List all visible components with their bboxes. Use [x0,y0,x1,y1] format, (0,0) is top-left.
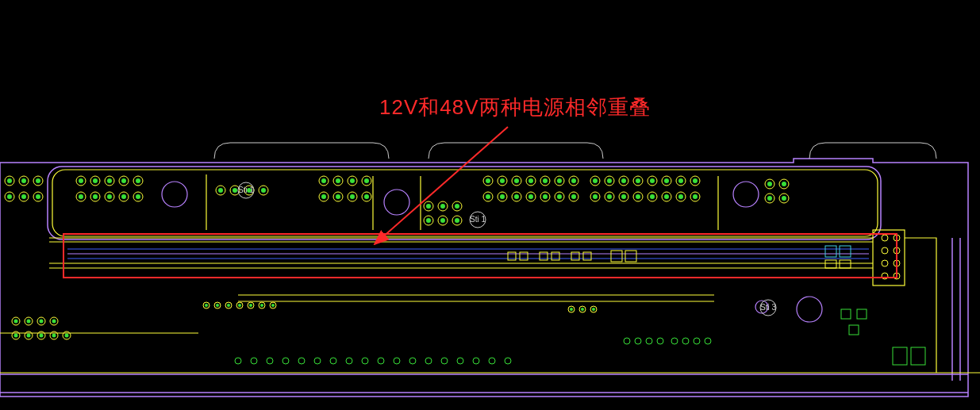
svg-point-130 [621,178,626,183]
svg-point-108 [557,178,562,183]
svg-point-144 [607,194,612,199]
svg-point-128 [607,178,612,183]
svg-point-114 [514,194,519,199]
svg-point-100 [500,178,505,183]
svg-point-60 [136,194,140,199]
svg-point-188 [227,304,230,307]
svg-point-194 [260,304,263,307]
svg-point-200 [581,308,584,311]
svg-point-38 [21,194,26,199]
svg-point-68 [261,188,266,193]
svg-point-160 [782,182,786,186]
svg-point-186 [216,304,219,307]
svg-point-152 [664,194,669,199]
svg-point-116 [528,194,533,199]
svg-point-136 [664,178,669,183]
svg-point-158 [767,182,772,186]
svg-point-74 [350,178,355,183]
svg-point-94 [440,218,445,223]
svg-point-156 [693,194,698,199]
svg-point-50 [136,178,140,183]
svg-point-178 [40,334,44,338]
svg-point-154 [678,194,683,199]
svg-point-132 [636,178,640,183]
svg-point-98 [486,178,490,183]
svg-point-112 [500,194,505,199]
svg-point-170 [40,320,44,324]
svg-point-90 [455,204,459,209]
svg-point-184 [205,304,208,307]
svg-point-168 [27,320,31,324]
svg-point-44 [93,178,98,183]
svg-point-138 [678,178,683,183]
svg-point-182 [65,334,69,338]
svg-point-196 [271,304,275,307]
svg-point-174 [14,334,18,338]
svg-point-148 [636,194,640,199]
svg-point-118 [543,194,548,199]
svg-point-140 [693,178,698,183]
svg-point-164 [782,196,786,201]
svg-point-102 [514,178,519,183]
svg-point-48 [121,178,126,183]
svg-point-80 [336,194,340,199]
svg-point-56 [107,194,112,199]
svg-point-46 [107,178,112,183]
svg-point-86 [426,204,431,209]
svg-point-82 [350,194,355,199]
svg-point-110 [486,194,490,199]
svg-point-58 [121,194,126,199]
svg-point-42 [79,178,83,183]
svg-point-62 [218,188,223,193]
svg-point-150 [650,194,655,199]
svg-point-180 [52,334,56,338]
svg-point-64 [233,188,237,193]
svg-point-192 [249,304,252,307]
svg-point-190 [238,304,241,307]
svg-point-36 [7,194,12,199]
pcb-layout-canvas: Sti 1 Sti 1 Sti 3 [0,0,980,410]
svg-point-176 [27,334,31,338]
svg-point-40 [36,194,40,199]
svg-point-166 [14,320,18,324]
svg-point-54 [93,194,98,199]
svg-point-124 [571,194,576,199]
svg-point-106 [543,178,548,183]
svg-rect-1 [0,0,980,410]
svg-point-120 [557,194,562,199]
svg-point-134 [650,178,655,183]
svg-point-122 [571,178,576,183]
svg-point-96 [455,218,459,223]
svg-point-34 [36,178,40,183]
ref-sti1b: Sti 1 [470,215,486,224]
svg-point-84 [364,194,369,199]
svg-point-32 [21,178,26,183]
svg-point-104 [528,178,533,183]
ref-sti3: Sti 3 [760,303,776,312]
svg-point-172 [52,320,56,324]
svg-point-52 [79,194,83,199]
svg-point-72 [336,178,340,183]
svg-point-76 [364,178,369,183]
svg-point-126 [593,178,598,183]
svg-point-198 [570,308,573,311]
svg-point-162 [767,196,772,201]
svg-point-88 [440,204,445,209]
svg-point-30 [7,178,12,183]
svg-point-142 [593,194,598,199]
ref-sti1a: Sti 1 [238,186,254,194]
svg-point-202 [592,308,595,311]
annotation-text: 12V和48V两种电源相邻重叠 [379,94,651,121]
svg-point-146 [621,194,626,199]
svg-point-92 [426,218,431,223]
svg-point-70 [321,178,326,183]
svg-point-78 [321,194,326,199]
